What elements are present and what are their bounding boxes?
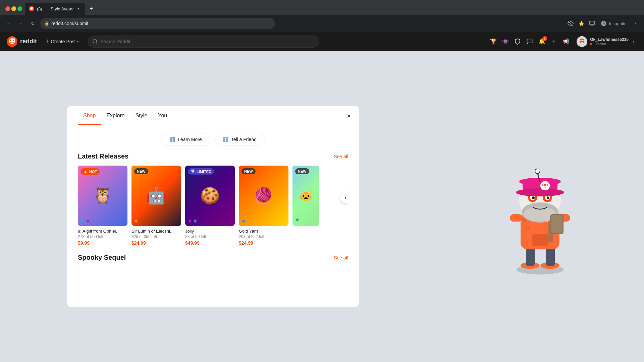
product-card-4[interactable]: 🧶 NEW Gold Yarn 208 of 222 left $24.9 bbox=[239, 166, 288, 246]
latest-releases-header: Latest Releases See all bbox=[78, 153, 348, 160]
notification-icon[interactable]: 🔔 3 bbox=[538, 38, 546, 46]
tab-favicon bbox=[29, 6, 34, 11]
product-name-3: Jolly bbox=[185, 229, 235, 234]
svg-marker-24 bbox=[194, 220, 197, 223]
window-close[interactable] bbox=[5, 6, 10, 11]
shield-icon[interactable] bbox=[514, 38, 522, 46]
product-price-1: $9.99 bbox=[78, 240, 127, 246]
new-tab-button[interactable]: + bbox=[87, 4, 96, 13]
gem-indicators bbox=[80, 219, 90, 223]
notification-badge: 3 bbox=[542, 36, 547, 41]
modal-close-button[interactable]: × bbox=[344, 111, 354, 121]
svg-point-12 bbox=[14, 38, 15, 40]
product-badge-new-2: NEW bbox=[134, 168, 148, 174]
product-card-2[interactable]: 🤖 NEW Sir Lumin of Elecshi... 325 of 350… bbox=[131, 166, 181, 246]
reddit-header: reddit + Create Post ▾ 🏆 👾 🔔 3 + 📢 bbox=[0, 32, 644, 51]
gem-indicators-5 bbox=[295, 217, 299, 223]
svg-point-14 bbox=[93, 40, 97, 43]
reload-button[interactable]: ↻ bbox=[28, 19, 38, 28]
svg-point-18 bbox=[580, 40, 582, 41]
svg-point-11 bbox=[13, 40, 14, 41]
gem-indicators-4 bbox=[241, 219, 246, 223]
user-info: Ok_Lawfulness5235 1 karma bbox=[590, 37, 629, 46]
create-post-label: Create Post bbox=[51, 39, 76, 44]
chat-icon[interactable] bbox=[526, 38, 534, 46]
tab-title-text: Style Avatar bbox=[51, 6, 74, 11]
product-stock-4: 208 of 222 left bbox=[239, 234, 288, 239]
products-row: 🦉 🔥 HOT 9: bbox=[78, 166, 348, 246]
award-icon[interactable]: 🏆 bbox=[489, 38, 497, 46]
tab-shop[interactable]: Shop bbox=[78, 106, 101, 125]
spooky-sequel-see-all[interactable]: See all bbox=[334, 255, 348, 260]
user-menu[interactable]: Ok_Lawfulness5235 1 karma ▾ bbox=[574, 35, 637, 48]
user-menu-chevron: ▾ bbox=[633, 39, 635, 44]
product-card-1[interactable]: 🦉 🔥 HOT 9: bbox=[78, 166, 127, 246]
incognito-label: Incognito bbox=[609, 21, 627, 26]
product-image-3: 🍪 💎 LIMITED bbox=[185, 166, 235, 226]
user-avatar bbox=[577, 36, 587, 47]
product-badge-limited: 💎 LIMITED bbox=[188, 168, 214, 175]
tell-a-friend-button[interactable]: ⬆️ Tell a Friend bbox=[214, 133, 265, 146]
modal-tabs: Shop Explore Style You bbox=[67, 106, 359, 125]
avatar-shop-modal: × Shop Explore Style You ℹ️ Learn More ⬆… bbox=[67, 106, 359, 307]
product-character-3: 🍪 bbox=[185, 166, 235, 226]
product-card-3[interactable]: 🍪 💎 LIMITED Jolly bbox=[185, 166, 235, 246]
svg-point-3 bbox=[32, 8, 33, 9]
tab-close-button[interactable]: × bbox=[76, 6, 81, 11]
address-bar-actions: ⭐ Incognito ⋮ bbox=[566, 19, 640, 28]
alien-icon[interactable]: 👾 bbox=[501, 38, 509, 46]
product-price-4: $24.99 bbox=[239, 240, 288, 246]
username: Ok_Lawfulness5235 bbox=[590, 37, 629, 42]
address-text: reddit.com/submit bbox=[51, 21, 88, 26]
learn-more-button[interactable]: ℹ️ Learn More bbox=[161, 133, 210, 146]
spooky-sequel-title: Spooky Sequel bbox=[78, 254, 126, 261]
eye-slash-icon[interactable] bbox=[566, 19, 575, 28]
product-stock-2: 325 of 350 left bbox=[131, 234, 181, 239]
karma-text: 1 karma bbox=[593, 42, 606, 46]
carousel-next-button[interactable]: › bbox=[340, 192, 348, 203]
more-options-icon[interactable]: ⋮ bbox=[631, 19, 640, 28]
star-icon[interactable]: ⭐ bbox=[577, 19, 586, 28]
window-maximize[interactable] bbox=[17, 6, 22, 11]
window-minimize[interactable] bbox=[11, 6, 16, 11]
add-community-icon[interactable]: + bbox=[550, 38, 558, 46]
svg-point-55 bbox=[540, 181, 550, 190]
info-icon: ℹ️ bbox=[169, 137, 175, 142]
product-name-2: Sir Lumin of Elecshi... bbox=[131, 229, 181, 234]
plus-icon: + bbox=[46, 38, 50, 45]
product-character-2: 🤖 bbox=[131, 166, 181, 226]
search-icon bbox=[92, 39, 98, 44]
forward-button[interactable]: → bbox=[16, 19, 25, 28]
product-name-4: Gold Yarn bbox=[239, 229, 288, 234]
active-tab[interactable]: (3) Style Avatar × bbox=[25, 3, 85, 15]
search-input[interactable] bbox=[100, 39, 315, 44]
reddit-logo[interactable]: reddit bbox=[7, 36, 37, 47]
product-character-5: 🐱 bbox=[292, 166, 319, 226]
lock-icon: 🔒 bbox=[44, 21, 49, 26]
tab-title: (3) bbox=[37, 6, 49, 11]
tab-style[interactable]: Style bbox=[130, 106, 153, 125]
incognito-indicator: Incognito bbox=[598, 19, 629, 28]
search-bar[interactable] bbox=[88, 36, 319, 48]
latest-releases-section: Latest Releases See all 🦉 🔥 HOT bbox=[67, 153, 359, 254]
tab-you[interactable]: You bbox=[153, 106, 172, 125]
svg-marker-26 bbox=[296, 218, 299, 222]
snoo-avatar-svg bbox=[496, 135, 584, 276]
product-badge-new-5: NEW bbox=[295, 168, 309, 174]
product-card-5[interactable]: 🐱 NEW bbox=[292, 166, 342, 246]
product-price-2: $24.99 bbox=[131, 240, 181, 246]
svg-point-19 bbox=[582, 40, 584, 41]
latest-releases-see-all[interactable]: See all bbox=[334, 154, 348, 159]
product-image-5: 🐱 NEW bbox=[292, 166, 319, 226]
svg-point-10 bbox=[10, 40, 11, 41]
tab-explore[interactable]: Explore bbox=[101, 106, 130, 125]
svg-point-58 bbox=[543, 184, 544, 186]
create-post-chevron: ▾ bbox=[77, 39, 79, 44]
spooky-sequel-section: Spooky Sequel See all bbox=[67, 254, 359, 261]
create-post-button[interactable]: + Create Post ▾ bbox=[42, 36, 83, 47]
address-bar[interactable]: 🔒 reddit.com/submit bbox=[40, 18, 275, 29]
broadcast-icon[interactable]: 📢 bbox=[562, 38, 570, 46]
profile-sync-icon[interactable] bbox=[587, 19, 597, 28]
back-button[interactable]: ← bbox=[4, 19, 13, 28]
gem-indicators-2 bbox=[134, 219, 138, 223]
